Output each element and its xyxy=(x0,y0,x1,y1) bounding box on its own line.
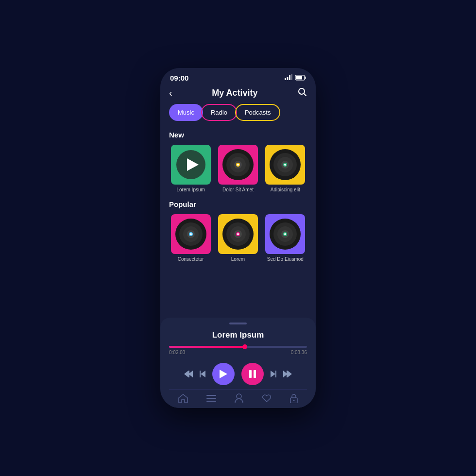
tab-radio[interactable]: Radio xyxy=(201,104,237,121)
player: Lorem Ipsum 0:02.03 0:03.36 xyxy=(160,318,316,408)
skip-back-button[interactable] xyxy=(184,371,193,377)
svg-point-28 xyxy=(190,233,192,235)
tabs-container: Music Radio Podcasts xyxy=(160,104,316,127)
svg-marker-49 xyxy=(271,371,275,377)
status-bar: 09:00 xyxy=(160,68,316,85)
svg-rect-56 xyxy=(206,401,216,402)
nav-lock[interactable] xyxy=(290,393,298,403)
svg-rect-48 xyxy=(254,370,256,378)
svg-rect-6 xyxy=(305,76,306,79)
nav-profile[interactable] xyxy=(235,393,243,403)
back-button[interactable]: ‹ xyxy=(169,87,172,99)
album-card-sed[interactable]: Sed Do Eiusmod xyxy=(264,214,307,262)
tab-podcasts[interactable]: Podcasts xyxy=(235,104,280,121)
progress-bar[interactable] xyxy=(169,346,307,348)
album-card-dolor[interactable]: Dolor Sit Amet xyxy=(216,145,259,192)
svg-marker-44 xyxy=(201,371,205,377)
current-time: 0:02.03 xyxy=(169,350,185,355)
prev-button[interactable] xyxy=(200,371,205,377)
pause-button[interactable] xyxy=(241,363,264,385)
progress-times: 0:02.03 0:03.36 xyxy=(169,350,307,355)
page-title: My Activity xyxy=(212,88,257,98)
svg-rect-55 xyxy=(206,398,216,399)
album-label-lorem2: Lorem xyxy=(231,256,245,262)
album-label-lorem-ipsum: Lorem Ipsum xyxy=(176,187,204,192)
progress-container[interactable]: 0:02.03 0:03.36 xyxy=(169,346,307,355)
svg-rect-5 xyxy=(296,76,302,79)
album-card-lorem-ipsum[interactable]: Lorem Ipsum xyxy=(169,145,212,192)
svg-rect-50 xyxy=(275,371,276,377)
popular-grid: Consectetur Lorem xyxy=(169,214,307,262)
svg-rect-47 xyxy=(249,370,252,378)
player-title: Lorem Ipsum xyxy=(169,330,307,340)
svg-rect-2 xyxy=(289,75,290,80)
svg-rect-1 xyxy=(287,77,289,80)
svg-line-8 xyxy=(304,94,306,96)
signal-icon xyxy=(285,74,292,82)
battery-icon xyxy=(295,75,306,82)
tab-music[interactable]: Music xyxy=(169,104,203,121)
status-icons xyxy=(285,74,306,82)
section-popular-title: Popular xyxy=(169,200,307,208)
svg-marker-51 xyxy=(288,371,292,377)
album-card-adipiscing[interactable]: Adipiscing elit xyxy=(264,145,307,192)
play-button[interactable] xyxy=(212,363,235,385)
nav-home[interactable] xyxy=(178,394,188,403)
new-grid: Lorem Ipsum Dolor Sit Amet xyxy=(169,145,307,192)
player-handle xyxy=(229,323,247,324)
section-new-title: New xyxy=(169,131,307,139)
player-controls xyxy=(169,357,307,389)
album-card-lorem2[interactable]: Lorem xyxy=(216,214,259,262)
search-button[interactable] xyxy=(297,87,307,99)
svg-marker-46 xyxy=(220,370,227,378)
nav-favorites[interactable] xyxy=(262,394,272,403)
bottom-nav xyxy=(169,389,307,408)
progress-fill xyxy=(169,346,245,348)
album-label-dolor: Dolor Sit Amet xyxy=(222,187,254,192)
svg-rect-0 xyxy=(285,78,286,80)
progress-thumb xyxy=(242,344,247,349)
album-card-consectetur[interactable]: Consectetur xyxy=(169,214,212,262)
svg-point-57 xyxy=(237,394,241,399)
next-button[interactable] xyxy=(271,371,276,377)
album-label-consectetur: Consectetur xyxy=(178,256,204,262)
svg-point-59 xyxy=(293,400,295,401)
header: ‹ My Activity xyxy=(160,85,316,104)
nav-menu[interactable] xyxy=(206,395,216,402)
svg-rect-3 xyxy=(291,74,293,80)
status-time: 09:00 xyxy=(170,74,188,82)
total-time: 0:03.36 xyxy=(291,350,307,355)
svg-rect-45 xyxy=(200,371,201,377)
skip-forward-button[interactable] xyxy=(283,371,292,377)
svg-point-34 xyxy=(237,233,239,235)
svg-point-40 xyxy=(284,233,286,235)
svg-rect-54 xyxy=(206,395,216,396)
svg-point-22 xyxy=(284,164,286,166)
svg-marker-41 xyxy=(184,371,188,377)
svg-point-16 xyxy=(237,164,239,166)
album-label-sed: Sed Do Eiusmod xyxy=(267,256,304,262)
content-area: New Lorem Ipsum xyxy=(160,127,316,318)
album-label-adipiscing: Adipiscing elit xyxy=(271,187,300,192)
phone-frame: 09:00 ‹ My Activity Music Radio Podcasts… xyxy=(160,68,316,408)
